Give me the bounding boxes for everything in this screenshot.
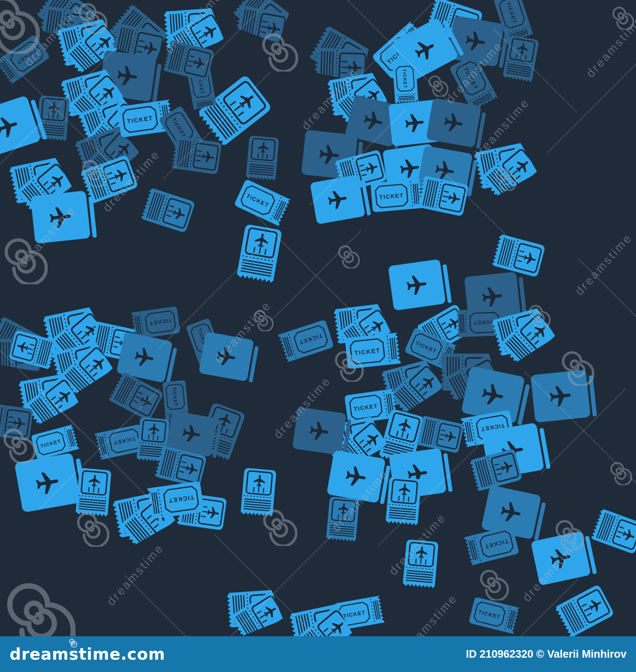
airline-ticket-icon [136,185,197,235]
airline-ticket-icon [167,134,223,176]
site-logo-text: dreamstime.com [10,645,165,663]
event-ticket-icon [460,522,522,568]
airline-ticket-icon [401,537,440,592]
event-ticket-icon [466,594,524,636]
airline-ticket-icon [384,474,423,529]
passport-cover-icon [308,171,374,227]
airline-tickets-pair-icon [213,575,283,636]
airline-tickets-pair-icon [226,0,295,43]
airline-ticket-icon [550,582,617,636]
logo-spiral-icon [68,639,77,647]
passport-cover-icon [386,255,456,313]
passport-cover-icon [196,329,263,386]
event-ticket-icon [231,176,295,229]
image-credit: ID 210962320 © Valerii Minhirov [466,648,626,660]
seamless-icon-pattern [0,0,636,636]
airline-ticket-icon [324,495,361,546]
footer-bar: dreamstime.com ID 210962320 © Valerii Mi… [0,636,636,672]
airline-ticket-icon [234,221,284,287]
site-logo: dreamstime.com [10,645,165,663]
passport-cover-icon [28,186,101,247]
airline-ticket-icon [238,466,278,520]
airline-ticket-icon [244,134,281,185]
stock-image-preview: dreamstimedreamstimedreamstimedreamstime… [0,0,636,672]
passport-cover-icon [528,365,601,425]
